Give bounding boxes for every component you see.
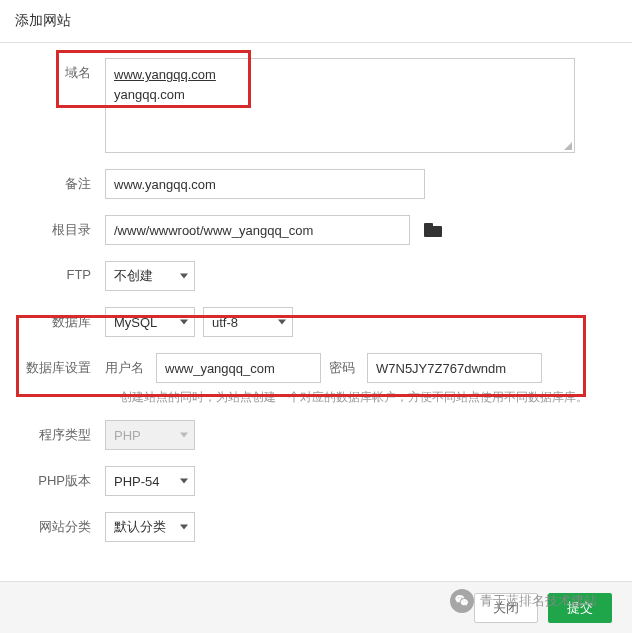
cancel-button[interactable]: 关闭 <box>474 593 538 623</box>
db-hint-text: 创建站点的同时，为站点创建一个对应的数据库帐户，方便不同站点使用不同数据库库。 <box>120 389 602 406</box>
chevron-down-icon <box>180 433 188 438</box>
domain-line2: yangqq.com <box>114 85 566 105</box>
dialog-title: 添加网站 <box>0 0 632 43</box>
db-user-label: 用户名 <box>105 359 148 377</box>
phpver-value: PHP-54 <box>114 474 160 489</box>
ftp-select-value: 不创建 <box>114 267 153 285</box>
resize-handle-icon[interactable] <box>564 142 572 150</box>
ptype-value: PHP <box>114 428 141 443</box>
db-label: 数据库 <box>10 307 105 331</box>
cat-value: 默认分类 <box>114 518 166 536</box>
row-ftp: FTP 不创建 <box>10 261 602 291</box>
row-remark: 备注 <box>10 169 602 199</box>
row-program-type: 程序类型 PHP <box>10 420 602 450</box>
row-database: 数据库 MySQL utf-8 <box>10 307 602 337</box>
phpver-label: PHP版本 <box>10 466 105 490</box>
domain-line1: www.yangqq.com <box>114 65 566 85</box>
ftp-label: FTP <box>10 261 105 282</box>
remark-label: 备注 <box>10 169 105 193</box>
remark-input[interactable] <box>105 169 425 199</box>
row-root: 根目录 <box>10 215 602 245</box>
chevron-down-icon <box>278 320 286 325</box>
db-pwd-label: 密码 <box>329 359 359 377</box>
form-body: 域名 www.yangqq.com yangqq.com 备注 根目录 FTP … <box>0 43 632 568</box>
chevron-down-icon <box>180 274 188 279</box>
row-php-version: PHP版本 PHP-54 <box>10 466 602 496</box>
ftp-select[interactable]: 不创建 <box>105 261 195 291</box>
db-engine-value: MySQL <box>114 315 157 330</box>
db-user-input[interactable] <box>156 353 321 383</box>
chevron-down-icon <box>180 320 188 325</box>
chevron-down-icon <box>180 479 188 484</box>
dialog-footer: 关闭 提交 <box>0 581 632 633</box>
domain-label: 域名 <box>10 58 105 82</box>
root-label: 根目录 <box>10 215 105 239</box>
phpver-select[interactable]: PHP-54 <box>105 466 195 496</box>
folder-icon[interactable] <box>424 223 442 237</box>
root-input[interactable] <box>105 215 410 245</box>
ptype-select: PHP <box>105 420 195 450</box>
submit-button[interactable]: 提交 <box>548 593 612 623</box>
db-pwd-input[interactable] <box>367 353 542 383</box>
row-db-settings: 数据库设置 用户名 密码 <box>10 353 602 383</box>
dbset-label: 数据库设置 <box>10 353 105 377</box>
db-engine-select[interactable]: MySQL <box>105 307 195 337</box>
row-site-category: 网站分类 默认分类 <box>10 512 602 542</box>
chevron-down-icon <box>180 525 188 530</box>
db-charset-value: utf-8 <box>212 315 238 330</box>
db-charset-select[interactable]: utf-8 <box>203 307 293 337</box>
ptype-label: 程序类型 <box>10 420 105 444</box>
row-domain: 域名 www.yangqq.com yangqq.com <box>10 58 602 153</box>
cat-select[interactable]: 默认分类 <box>105 512 195 542</box>
cat-label: 网站分类 <box>10 512 105 536</box>
domain-input[interactable]: www.yangqq.com yangqq.com <box>105 58 575 153</box>
